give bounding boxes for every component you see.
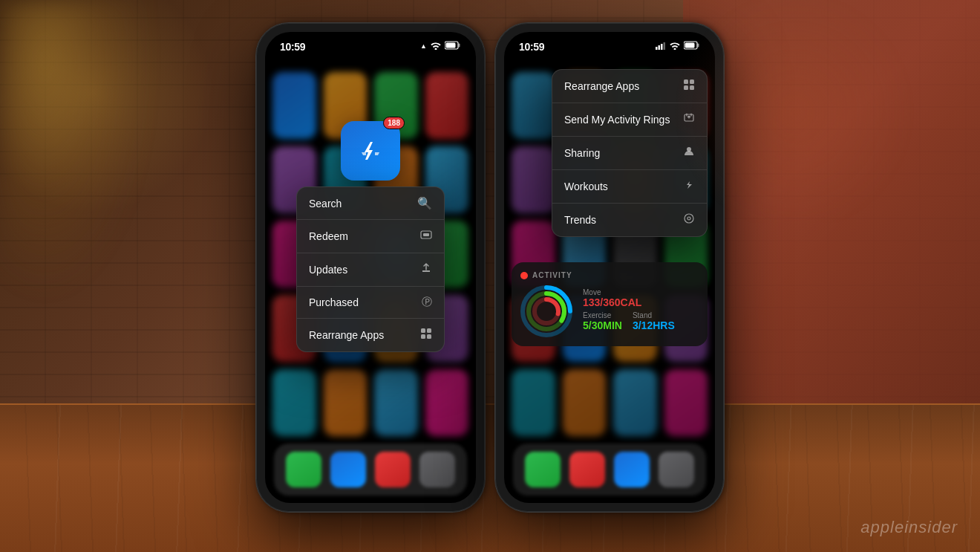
svg-rect-11: [661, 44, 663, 50]
svg-rect-1: [459, 44, 460, 48]
exercise-label: Exercise: [583, 311, 622, 319]
svg-rect-12: [664, 42, 666, 50]
lamp-blur: [0, 0, 148, 297]
svg-rect-8: [427, 334, 431, 339]
menu-item-rearrange[interactable]: Rearrange Apps: [297, 319, 444, 351]
menu-item-rearrange-label: Rearrange Apps: [309, 329, 384, 341]
sharing-label: Sharing: [564, 147, 600, 159]
send-activity-icon: [683, 112, 695, 127]
send-activity-label: Send My Activity Rings: [564, 114, 670, 126]
wifi-icon-right: [670, 42, 680, 51]
svg-rect-16: [684, 79, 688, 84]
phone-right-screen: 10:59 ▲: [504, 32, 715, 503]
svg-rect-9: [656, 47, 658, 50]
appstore-icon[interactable]: 188: [341, 121, 400, 181]
svg-rect-17: [690, 79, 694, 84]
notch-right: [565, 32, 654, 53]
volume-down-button-right: [494, 186, 495, 231]
menu-item-search[interactable]: Search 🔍: [297, 187, 444, 220]
rearrange-apps-label: Rearrange Apps: [564, 80, 639, 92]
rearrange-apps-icon: [683, 79, 695, 94]
sharing-icon: [683, 146, 695, 160]
menu-item-sharing[interactable]: Sharing: [552, 137, 707, 170]
menu-item-updates-label: Updates: [309, 264, 347, 276]
notification-badge: 188: [383, 117, 405, 129]
move-label: Move: [583, 288, 699, 296]
svg-rect-10: [659, 45, 661, 50]
svg-rect-6: [427, 328, 431, 333]
menu-item-send-activity[interactable]: Send My Activity Rings: [552, 103, 707, 137]
mute-button: [255, 97, 256, 123]
volume-up-button: [255, 134, 256, 179]
move-stat: Move 133/360CAL: [583, 288, 699, 308]
purchased-icon: Ⓟ: [422, 296, 432, 309]
power-button-right: [724, 142, 725, 209]
phone-left-screen: 10:59 ▲: [265, 32, 476, 503]
svg-rect-5: [421, 328, 425, 333]
exercise-stat: Exercise 5/30MIN: [583, 311, 622, 331]
activity-stats: Move 133/360CAL Exercise 5/30MIN Stand 3…: [583, 288, 699, 334]
svg-point-22: [685, 214, 693, 223]
status-time-right: 10:59: [519, 41, 544, 53]
right-wall: [683, 0, 980, 409]
svg-rect-14: [698, 44, 699, 48]
exercise-value: 5/30MIN: [583, 319, 622, 331]
battery-icon-left: [445, 41, 461, 51]
activity-context-menu: Rearrange Apps Send My Activity Rings: [552, 69, 708, 237]
status-time-left: 10:59: [280, 41, 305, 53]
svg-rect-2: [446, 43, 456, 48]
appstore-context-menu: Search 🔍 Redeem Updates: [296, 186, 445, 352]
power-button: [485, 142, 486, 209]
watermark: appleinsider: [860, 518, 958, 537]
phone-left: 10:59 ▲: [255, 22, 486, 513]
phones-container: 10:59 ▲: [255, 22, 725, 513]
svg-rect-4: [423, 233, 429, 236]
svg-point-23: [687, 217, 690, 220]
menu-item-trends[interactable]: Trends: [552, 204, 707, 236]
stand-stat: Stand 3/12HRS: [633, 311, 675, 331]
updates-icon: [420, 262, 432, 277]
menu-item-workouts[interactable]: Workouts: [552, 170, 707, 204]
svg-rect-18: [684, 85, 688, 90]
volume-down-button: [255, 186, 256, 231]
trends-icon: [683, 212, 695, 227]
menu-item-rearrange-apps[interactable]: Rearrange Apps: [552, 70, 707, 103]
activity-widget-header: ACTIVITY: [520, 271, 699, 279]
redeem-icon: [420, 229, 432, 244]
menu-item-purchased-label: Purchased: [309, 296, 359, 308]
wifi-icon-left: [431, 42, 441, 51]
mute-button-right: [494, 97, 495, 123]
volume-up-button-right: [494, 134, 495, 179]
workouts-icon: [683, 179, 695, 194]
search-icon: 🔍: [417, 196, 432, 210]
activity-widget: ACTIVITY: [512, 262, 708, 346]
battery-icon-right: [684, 41, 700, 51]
activity-header-label: ACTIVITY: [532, 271, 572, 279]
menu-item-search-label: Search: [309, 198, 342, 210]
svg-rect-15: [685, 43, 695, 48]
rearrange-icon: [420, 328, 432, 342]
status-icons-left: ▲: [420, 41, 461, 51]
stand-label: Stand: [633, 311, 675, 319]
move-value: 133/360CAL: [583, 296, 699, 308]
appstore-context: 188 Search 🔍 Redeem: [296, 121, 445, 352]
stand-value: 3/12HRS: [633, 319, 675, 331]
menu-item-redeem[interactable]: Redeem: [297, 220, 444, 253]
trends-label: Trends: [564, 214, 596, 226]
svg-rect-7: [421, 334, 425, 339]
activity-rings: [520, 285, 572, 337]
signal-bars-icon: [656, 42, 666, 51]
location-icon-left: ▲: [420, 42, 427, 50]
menu-item-updates[interactable]: Updates: [297, 253, 444, 287]
activity-dot: [520, 272, 528, 279]
workouts-label: Workouts: [564, 181, 608, 192]
notch-left: [326, 32, 415, 53]
activity-context-area: Rearrange Apps Send My Activity Rings: [552, 69, 708, 243]
menu-item-purchased[interactable]: Purchased Ⓟ: [297, 287, 444, 319]
phone-right: 10:59 ▲: [494, 22, 725, 513]
svg-rect-19: [690, 85, 694, 90]
activity-widget-content: Move 133/360CAL Exercise 5/30MIN Stand 3…: [520, 285, 699, 337]
menu-item-redeem-label: Redeem: [309, 230, 348, 242]
